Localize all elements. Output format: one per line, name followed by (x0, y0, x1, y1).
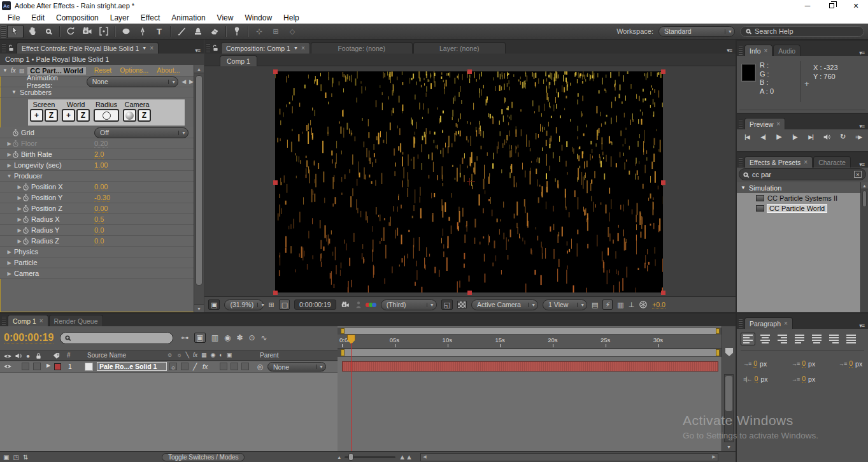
tab-paragraph[interactable]: Paragraph× (744, 317, 793, 329)
space-before-value[interactable]: 0 (755, 375, 758, 383)
frame-blending-button[interactable]: ▥ (211, 333, 218, 342)
timeline-vscrollbar[interactable] (724, 374, 734, 442)
layer-selection-handle[interactable] (467, 291, 472, 295)
panel-menu-icon[interactable]: ▾≡ (855, 123, 868, 129)
ram-preview-button[interactable]: ≡▶ (851, 131, 865, 142)
effect-row-radius-x[interactable]: ▶Radius X0.5 (0, 214, 194, 225)
brush-tool[interactable] (173, 25, 190, 38)
panel-menu-icon[interactable]: ▾≡ (723, 47, 736, 54)
effect-row-radius-z[interactable]: ▶Radius Z0.0 (0, 236, 194, 247)
scrollbar-thumb[interactable] (196, 75, 203, 285)
view-layout-dropdown[interactable]: 1 View▼ (543, 300, 587, 310)
source-name-column-header[interactable]: Source Name (87, 352, 126, 359)
play-button[interactable]: ▶ (772, 131, 786, 142)
expander-icon[interactable]: ▼ (6, 173, 12, 179)
tab-character[interactable]: Characte (813, 156, 851, 168)
viewer-timecode[interactable]: 0:00:00:19 (294, 300, 336, 310)
justify-all-button[interactable] (844, 333, 858, 345)
clone-stamp-tool[interactable] (190, 25, 206, 38)
close-icon[interactable]: × (804, 159, 808, 166)
reset-exposure-icon[interactable] (639, 300, 648, 309)
menu-edit[interactable]: Edit (25, 13, 50, 23)
show-channels-icon[interactable] (367, 303, 376, 307)
zoom-tool[interactable] (40, 25, 57, 38)
zoom-out-icon[interactable]: ▲ (337, 455, 341, 459)
justify-last-left-button[interactable] (792, 333, 807, 345)
expander-icon[interactable]: ▶ (6, 162, 12, 168)
type-tool[interactable]: T (151, 25, 167, 38)
property-value[interactable]: 0.0 (94, 226, 104, 235)
navigator-end-handle[interactable] (716, 328, 720, 334)
first-frame-button[interactable]: |◀ (740, 131, 754, 142)
menu-layer[interactable]: Layer (104, 13, 135, 23)
tab-layer[interactable]: Layer: (none) (413, 42, 506, 54)
stopwatch-icon[interactable] (12, 150, 19, 159)
indent-left-field[interactable]: →≡0px (743, 359, 767, 368)
zoom-slider[interactable] (345, 456, 395, 458)
selection-tool[interactable] (7, 25, 24, 38)
scroll-left-icon[interactable]: ◀ (421, 454, 429, 461)
justify-last-right-button[interactable] (827, 333, 841, 345)
align-left-button[interactable] (741, 333, 755, 345)
effect-row-birth-rate[interactable]: ▶Birth Rate2.0 (0, 149, 194, 160)
layer-collapse-switch[interactable] (181, 363, 189, 370)
property-value[interactable]: 2.0 (94, 150, 104, 159)
index-column-header[interactable]: # (67, 352, 71, 359)
flowchart-button[interactable]: ▣ (208, 300, 220, 310)
expander-icon[interactable]: ▶ (17, 195, 22, 201)
last-frame-button[interactable]: ▶| (804, 131, 818, 142)
layer-motion-blur-switch[interactable] (231, 363, 238, 370)
safe-zones-icon[interactable]: ⊞ (268, 301, 274, 309)
panel-grip[interactable] (2, 43, 6, 52)
show-snapshot-icon[interactable] (355, 301, 362, 308)
layer-selection-handle[interactable] (661, 291, 665, 295)
effects-search-input[interactable]: cc par × (739, 168, 866, 180)
layer-label-color[interactable] (54, 363, 61, 370)
tab-info[interactable]: Info× (744, 45, 772, 56)
stopwatch-icon[interactable] (22, 215, 29, 224)
work-area-start-handle[interactable] (341, 349, 345, 356)
expander-icon[interactable]: ▶ (6, 141, 12, 147)
shape-tool[interactable] (118, 25, 134, 38)
hide-shy-layers-button[interactable]: ▣ (194, 333, 205, 343)
close-icon[interactable]: × (150, 45, 153, 52)
align-center-button[interactable] (758, 333, 772, 345)
effect-controls-scrollbar[interactable]: ▲ ▼ (194, 65, 204, 312)
tab-footage[interactable]: Footage: (none) (311, 42, 413, 54)
layer-fx-switch[interactable]: fx (203, 363, 208, 370)
expander-icon[interactable]: ▶ (6, 260, 12, 266)
next-frame-button[interactable]: |▶ (788, 131, 802, 142)
panel-grip[interactable] (739, 46, 743, 55)
previous-frame-button[interactable]: ◀| (756, 131, 770, 142)
zoom-slider-thumb[interactable] (348, 453, 353, 461)
menu-file[interactable]: File (2, 13, 25, 23)
scrollbar-thumb[interactable] (862, 191, 867, 207)
composition-mini-flowchart-button[interactable]: ⊶ (181, 333, 189, 342)
time-ruler[interactable]: 0:0005s10s15s20s25s30s (338, 335, 722, 349)
stopwatch-icon[interactable] (22, 226, 29, 235)
scrubber-screen-+-button[interactable]: + (30, 109, 43, 122)
pen-tool[interactable] (134, 25, 151, 38)
scrubber-camera-sphere-button[interactable] (123, 109, 136, 122)
transfer-controls-pane-icon[interactable]: ◳ (13, 454, 18, 461)
parent-pickwhip-icon[interactable]: ◎ (257, 363, 263, 370)
panel-grip[interactable] (739, 157, 743, 166)
effect-row-particle[interactable]: ▶Particle (0, 257, 194, 268)
effect-row-longevity-sec-[interactable]: ▶Longevity (sec)1.00 (0, 160, 194, 171)
effect-row-floor[interactable]: ▶Floor0.20 (0, 138, 194, 149)
region-of-interest-icon[interactable]: ▢ (279, 300, 290, 310)
close-icon[interactable]: × (39, 317, 43, 324)
layer-shy-switch[interactable]: ☺ (169, 363, 177, 370)
expander-icon[interactable]: ▶ (17, 238, 22, 244)
tab-effects-presets[interactable]: Effects & Presets× (744, 156, 813, 168)
preset-next-icon[interactable]: ▶ (189, 78, 194, 85)
close-button[interactable]: × (844, 0, 868, 11)
minimize-button[interactable]: ─ (795, 0, 820, 11)
in-out-pane-icon[interactable]: ⇅ (23, 454, 28, 461)
effect-item-cc-particle-systems-ii[interactable]: CC Particle Systems II (737, 193, 860, 203)
menu-help[interactable]: Help (278, 13, 305, 23)
layer-audio-cell[interactable] (22, 363, 29, 370)
camera-view-dropdown[interactable]: Active Camera▼ (471, 300, 538, 310)
scroll-up-icon[interactable]: ▲ (194, 65, 204, 73)
property-value[interactable]: 0.0 (94, 237, 104, 245)
